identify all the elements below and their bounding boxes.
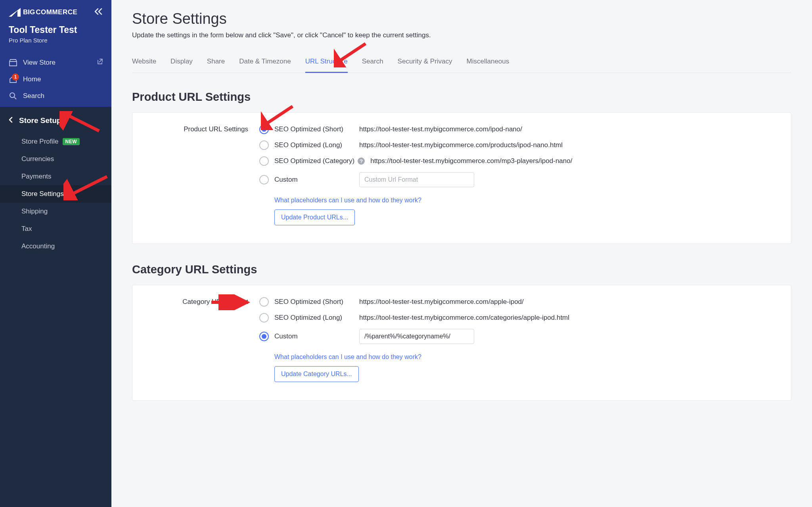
nav-label: Home bbox=[23, 75, 41, 83]
search-icon bbox=[9, 92, 17, 100]
radio-label: SEO Optimized (Short) bbox=[274, 125, 354, 133]
new-badge: NEW bbox=[63, 138, 80, 145]
brand-part2: COMMERCE bbox=[36, 8, 77, 16]
update-urls-button[interactable]: Update Product URLs... bbox=[274, 209, 355, 225]
sidebar-item-tax[interactable]: Tax bbox=[0, 220, 111, 238]
radio-button[interactable] bbox=[259, 175, 269, 184]
home-badge: 1 bbox=[12, 73, 19, 81]
collapse-sidebar-button[interactable] bbox=[94, 7, 103, 17]
brand-logo: BIGCOMMERCE bbox=[9, 8, 77, 17]
tab-miscellaneous[interactable]: Miscellaneous bbox=[467, 55, 509, 73]
radio-button[interactable] bbox=[259, 313, 269, 323]
sidebar-item-label: Accounting bbox=[21, 242, 55, 250]
url-example: https://tool-tester-test.mybigcommerce.c… bbox=[359, 141, 563, 149]
sidebar-item-label: Shipping bbox=[21, 207, 48, 215]
nav-home[interactable]: 1 Home bbox=[0, 71, 111, 88]
sidebar-item-payments[interactable]: Payments bbox=[0, 168, 111, 185]
radio-label: SEO Optimized (Category)? bbox=[274, 157, 365, 165]
external-link-icon bbox=[96, 58, 103, 67]
logo-mark-icon bbox=[9, 8, 21, 17]
page-description: Update the settings in the form below an… bbox=[132, 31, 791, 39]
url-example: https://tool-tester-test.mybigcommerce.c… bbox=[370, 157, 572, 165]
chevron-double-left-icon bbox=[94, 8, 103, 15]
radio-label: Custom bbox=[274, 332, 354, 340]
store-info: Tool Tester Test Pro Plan Store bbox=[0, 21, 111, 52]
radio-option: SEO Optimized (Short)https://tool-tester… bbox=[259, 125, 775, 134]
url-example: https://tool-tester-test.mybigcommerce.c… bbox=[359, 314, 569, 322]
sidebar-item-label: Store Profile bbox=[21, 138, 59, 146]
category-url-panel: Category URL Format SEO Optimized (Short… bbox=[132, 285, 791, 401]
nav-search[interactable]: Search bbox=[0, 88, 111, 104]
product-url-panel: Product URL Settings SEO Optimized (Shor… bbox=[132, 112, 791, 244]
update-urls-button[interactable]: Update Category URLs... bbox=[274, 366, 359, 382]
store-name: Tool Tester Test bbox=[9, 25, 103, 35]
radio-option: SEO Optimized (Long)https://tool-tester-… bbox=[259, 313, 775, 323]
store-icon bbox=[9, 59, 17, 66]
main-content: Store Settings Update the settings in th… bbox=[111, 0, 812, 507]
radio-label: SEO Optimized (Short) bbox=[274, 298, 354, 306]
svg-point-2 bbox=[10, 93, 15, 98]
radio-label: SEO Optimized (Long) bbox=[274, 314, 354, 322]
svg-marker-1 bbox=[11, 11, 17, 17]
tab-share[interactable]: Share bbox=[207, 55, 225, 73]
chevron-left-icon bbox=[9, 117, 13, 125]
radio-button[interactable] bbox=[259, 332, 269, 341]
sidebar-section-store-setup[interactable]: Store Setup bbox=[0, 108, 111, 133]
radio-option: SEO Optimized (Short)https://tool-tester… bbox=[259, 297, 775, 307]
category-url-section-title: Category URL Settings bbox=[132, 263, 791, 276]
sidebar-item-label: Store Settings bbox=[21, 190, 64, 198]
tab-website[interactable]: Website bbox=[132, 55, 156, 73]
tab-date-timezone[interactable]: Date & Timezone bbox=[239, 55, 291, 73]
tab-url-structure[interactable]: URL Structure bbox=[305, 55, 348, 73]
sidebar-item-currencies[interactable]: Currencies bbox=[0, 150, 111, 168]
radio-button[interactable] bbox=[259, 297, 269, 307]
help-icon[interactable]: ? bbox=[358, 157, 365, 165]
sidebar-item-store-profile[interactable]: Store ProfileNEW bbox=[0, 133, 111, 150]
nav-label: View Store bbox=[23, 59, 56, 67]
product-url-section-title: Product URL Settings bbox=[132, 90, 791, 104]
radio-option: SEO Optimized (Long)https://tool-tester-… bbox=[259, 140, 775, 150]
radio-button[interactable] bbox=[259, 140, 269, 150]
sidebar-item-accounting[interactable]: Accounting bbox=[0, 238, 111, 255]
brand-part1: BIG bbox=[23, 8, 35, 16]
svg-line-3 bbox=[14, 97, 16, 99]
radio-option: SEO Optimized (Category)?https://tool-te… bbox=[259, 156, 775, 166]
sidebar-item-label: Tax bbox=[21, 225, 32, 233]
radio-button[interactable] bbox=[259, 125, 269, 134]
radio-label: SEO Optimized (Long) bbox=[274, 141, 354, 149]
tab-display[interactable]: Display bbox=[170, 55, 193, 73]
tab-search[interactable]: Search bbox=[362, 55, 383, 73]
sidebar-item-shipping[interactable]: Shipping bbox=[0, 203, 111, 220]
store-plan: Pro Plan Store bbox=[9, 37, 103, 44]
sidebar: BIGCOMMERCE Tool Tester Test Pro Plan St… bbox=[0, 0, 111, 507]
url-example: https://tool-tester-test.mybigcommerce.c… bbox=[359, 125, 522, 133]
url-example: https://tool-tester-test.mybigcommerce.c… bbox=[359, 298, 524, 306]
sidebar-item-label: Payments bbox=[21, 173, 52, 181]
sidebar-item-label: Currencies bbox=[21, 155, 54, 163]
category-url-row-label: Category URL Format bbox=[148, 297, 259, 306]
nav-view-store[interactable]: View Store bbox=[0, 54, 111, 71]
sidebar-item-store-settings[interactable]: Store Settings bbox=[0, 185, 111, 203]
radio-label: Custom bbox=[274, 176, 354, 184]
radio-option: Custom bbox=[259, 329, 775, 344]
page-title: Store Settings bbox=[132, 10, 791, 27]
tab-security-privacy[interactable]: Security & Privacy bbox=[398, 55, 452, 73]
radio-button[interactable] bbox=[259, 156, 269, 166]
placeholders-help-link[interactable]: What placeholders can I use and how do t… bbox=[274, 197, 421, 204]
custom-url-input[interactable] bbox=[359, 172, 474, 187]
product-url-row-label: Product URL Settings bbox=[148, 125, 259, 133]
radio-option: Custom bbox=[259, 172, 775, 187]
settings-tabs: WebsiteDisplayShareDate & TimezoneURL St… bbox=[132, 55, 791, 73]
sidebar-section-label: Store Setup bbox=[19, 116, 61, 125]
nav-label: Search bbox=[23, 92, 44, 100]
placeholders-help-link[interactable]: What placeholders can I use and how do t… bbox=[274, 353, 421, 361]
custom-url-input[interactable] bbox=[359, 329, 474, 344]
